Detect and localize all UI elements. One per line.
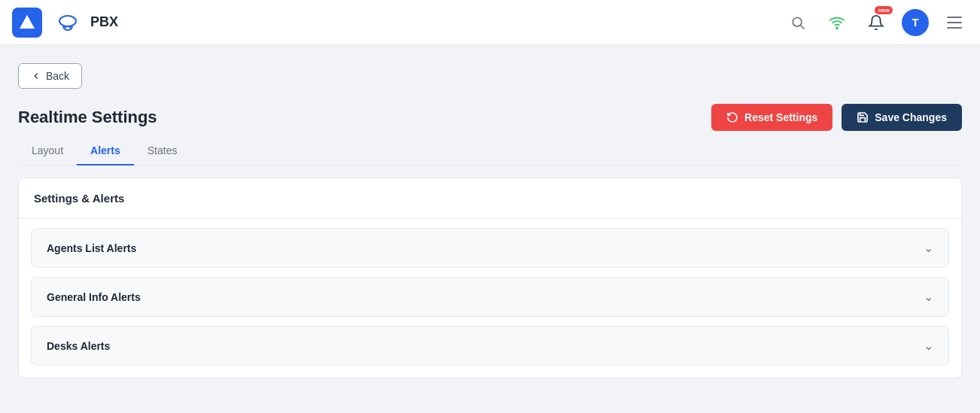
svg-line-5 xyxy=(801,25,805,29)
accordion-general-info-alerts[interactable]: General Info Alerts ⌄ xyxy=(31,277,949,317)
hamburger-line-3 xyxy=(947,27,962,29)
svg-point-6 xyxy=(836,27,838,29)
page-title: Realtime Settings xyxy=(18,108,157,127)
accordion-label-agents: Agents List Alerts xyxy=(47,242,136,254)
navbar-actions: new T xyxy=(784,9,968,36)
reset-settings-button[interactable]: Reset Settings xyxy=(711,104,832,131)
menu-button[interactable] xyxy=(941,9,968,36)
wifi-icon xyxy=(829,14,845,31)
accordion-label-general: General Info Alerts xyxy=(47,291,141,303)
app-logo[interactable] xyxy=(12,8,42,38)
settings-card-header: Settings & Alerts xyxy=(19,178,961,219)
pbx-app-icon xyxy=(54,9,81,36)
tab-alerts[interactable]: Alerts xyxy=(77,137,134,166)
hamburger-line-1 xyxy=(947,17,962,18)
reset-icon xyxy=(726,111,738,123)
accordion-agents-list-alerts[interactable]: Agents List Alerts ⌄ xyxy=(31,228,949,268)
logo-icon xyxy=(18,14,36,32)
back-button[interactable]: Back xyxy=(18,63,82,89)
chevron-down-icon-general: ⌄ xyxy=(924,290,933,304)
reset-label: Reset Settings xyxy=(744,111,817,123)
accordion-desks-alerts[interactable]: Desks Alerts ⌄ xyxy=(31,326,949,366)
tab-layout[interactable]: Layout xyxy=(18,137,77,166)
user-avatar[interactable]: T xyxy=(902,9,929,36)
app-title: PBX xyxy=(90,14,775,30)
header-actions: Reset Settings Save Changes xyxy=(711,104,962,131)
save-label: Save Changes xyxy=(875,111,947,123)
back-arrow-icon xyxy=(31,71,41,81)
hamburger-line-2 xyxy=(947,22,962,23)
svg-point-3 xyxy=(69,26,72,28)
search-button[interactable] xyxy=(784,9,811,36)
back-label: Back xyxy=(46,70,69,82)
tab-states[interactable]: States xyxy=(134,137,191,166)
chevron-down-icon-desks: ⌄ xyxy=(924,339,933,353)
svg-point-1 xyxy=(59,16,76,26)
chevron-down-icon-agents: ⌄ xyxy=(924,241,933,255)
svg-marker-0 xyxy=(20,15,35,29)
wifi-button[interactable] xyxy=(823,9,851,36)
tabs-bar: Layout Alerts States xyxy=(18,137,962,166)
accordion-list: Agents List Alerts ⌄ General Info Alerts… xyxy=(19,228,961,378)
save-icon xyxy=(857,111,869,123)
settings-card: Settings & Alerts Agents List Alerts ⌄ G… xyxy=(18,178,962,378)
page-header: Realtime Settings Reset Settings Save Ch… xyxy=(18,104,962,131)
bell-icon xyxy=(868,14,884,31)
pbx-icon xyxy=(56,11,80,35)
navbar: PBX new T xyxy=(0,0,980,45)
notification-button[interactable]: new xyxy=(863,9,890,36)
svg-point-4 xyxy=(793,17,802,26)
save-changes-button[interactable]: Save Changes xyxy=(842,104,962,131)
accordion-label-desks: Desks Alerts xyxy=(47,340,110,352)
search-icon xyxy=(790,15,805,30)
svg-point-2 xyxy=(65,26,67,28)
main-content: Back Realtime Settings Reset Settings Sa… xyxy=(0,45,980,413)
notification-badge: new xyxy=(875,6,893,14)
